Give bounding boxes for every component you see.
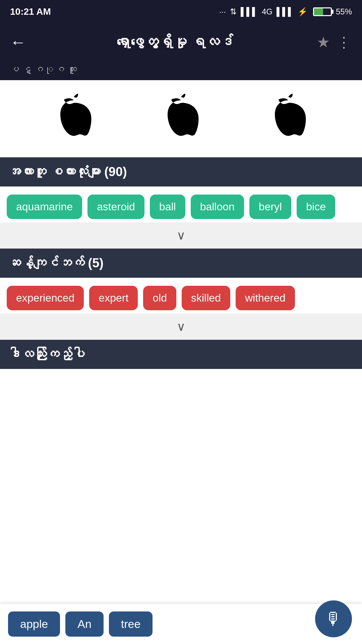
tag-aquamarine[interactable]: aquamarine [7, 195, 82, 219]
back-button[interactable]: ← [10, 33, 26, 51]
tag-ball[interactable]: ball [150, 195, 185, 219]
synonyms-tags-container: experienced expert old skilled withered [0, 278, 362, 314]
signal-dots-icon: ··· [219, 7, 226, 16]
battery-bar [313, 7, 332, 16]
expand-synonyms-button[interactable]: ∨ [0, 314, 362, 340]
expand-related-button[interactable]: ∨ [0, 222, 362, 249]
charging-icon: ⚡ [298, 7, 308, 16]
tag-bice[interactable]: bice [297, 195, 335, 219]
tag-experienced[interactable]: experienced [7, 286, 84, 310]
header: ← ရှာဖွေတွေ့ရှိမှု ရလဒ် ★ ⋮ [0, 23, 362, 60]
tag-balloon[interactable]: balloon [191, 195, 244, 219]
more-options-button[interactable]: ⋮ [337, 34, 352, 51]
mic-button[interactable]: 🎙 [315, 600, 352, 637]
bottom-tag-apple[interactable]: apple [8, 611, 60, 637]
signal-bars2-icon: ▌▌▌ [277, 7, 294, 16]
apple-icons-section [0, 80, 362, 157]
chevron-down-icon-2: ∨ [177, 320, 185, 334]
signal-arrows-icon: ⇅ [230, 7, 237, 16]
chevron-down-icon: ∨ [177, 228, 185, 243]
apple-icon-2 [159, 94, 203, 144]
third-section-label: ဒါလည်းကြည့်ပါ [8, 347, 85, 361]
page-title: ရှာဖွေတွေ့ရှိမှု ရလဒ် [33, 34, 317, 50]
subtitle-text: ပ ဋ ဂ ု ဂ ထူး [10, 64, 77, 74]
subtitle-bar: ပ ဋ ဂ ု ဂ ထူး [0, 60, 362, 80]
synonyms-label: ဆန့်ကျင်ဘက် [8, 256, 84, 270]
apple-icon-3 [266, 94, 310, 144]
related-count: (90) [104, 165, 127, 179]
status-bar: 10:21 AM ··· ⇅ ▌▌▌ 4G ▌▌▌ ⚡ 55% [0, 0, 362, 23]
signal-bars-icon: ▌▌▌ [241, 7, 258, 16]
favorite-button[interactable]: ★ [317, 34, 330, 51]
bottom-tag-an[interactable]: An [65, 611, 104, 637]
apple-icon-1 [52, 94, 96, 144]
related-section-header: အလားတူ စကားလုံးများ (90) [0, 157, 362, 186]
bottom-toolbar: apple An tree 🎙 [0, 604, 362, 644]
status-time: 10:21 AM [10, 6, 51, 17]
tag-skilled[interactable]: skilled [182, 286, 230, 310]
third-section-header: ဒါလည်းကြည့်ပါ [0, 340, 362, 369]
synonyms-section-header: ဆန့်ကျင်ဘက် (5) [0, 249, 362, 278]
battery-fill [314, 8, 323, 15]
related-label: အလားတူ စကားလုံးများ [8, 165, 101, 179]
status-icons: ··· ⇅ ▌▌▌ 4G ▌▌▌ ⚡ 55% [219, 7, 352, 16]
mic-icon: 🎙 [325, 609, 342, 629]
bottom-tag-tree[interactable]: tree [109, 611, 153, 637]
tag-old[interactable]: old [143, 286, 176, 310]
tag-withered[interactable]: withered [236, 286, 295, 310]
tag-beryl[interactable]: beryl [249, 195, 291, 219]
battery-percent: 55% [336, 7, 352, 16]
synonyms-count: (5) [88, 256, 104, 270]
network-label: 4G [262, 7, 273, 16]
related-tags-container: aquamarine asteroid ball balloon beryl b… [0, 186, 362, 222]
tag-expert[interactable]: expert [89, 286, 138, 310]
tag-asteroid[interactable]: asteroid [87, 195, 144, 219]
